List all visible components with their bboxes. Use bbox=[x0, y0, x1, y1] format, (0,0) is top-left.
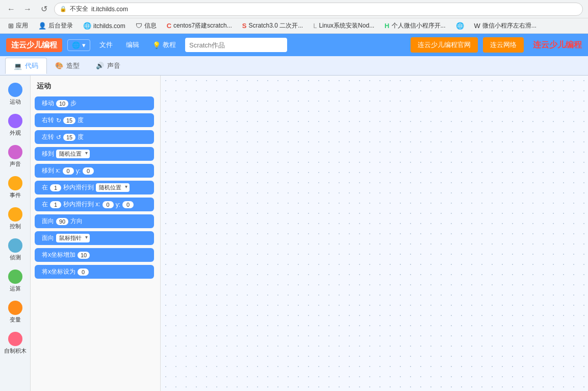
bookmark-admin[interactable]: 👤 后台登录 bbox=[34, 20, 77, 32]
bookmark-globe2[interactable]: 🌐 bbox=[452, 20, 468, 31]
workspace[interactable] bbox=[161, 76, 588, 391]
sidebar-categories: 运动 外观 声音 事件 控制 侦测 运算 变量 bbox=[0, 76, 31, 391]
block-set-x[interactable]: 将x坐标设为 0 bbox=[35, 265, 154, 279]
bookmark-linux[interactable]: L Linux系统安装Nod... bbox=[309, 20, 378, 32]
block-turn-right[interactable]: 右转 ↻ 15 度 bbox=[35, 113, 154, 127]
block-glide-random-dropdown[interactable]: 随机位置 bbox=[96, 183, 130, 192]
block-glide-random-secs[interactable]: 1 bbox=[50, 184, 61, 191]
category-custom[interactable]: 自制积木 bbox=[2, 329, 29, 358]
apps-icon: ⊞ bbox=[8, 22, 14, 30]
bookmark-scratch-label: Scratch3.0 二次开... bbox=[248, 21, 303, 30]
bookmark-scratch[interactable]: S Scratch3.0 二次开... bbox=[238, 20, 307, 32]
block-turn-left[interactable]: 左转 ↺ 15 度 bbox=[35, 130, 154, 144]
block-face-dir-text2: 方向 bbox=[70, 217, 83, 226]
block-face-target-text: 面向 bbox=[42, 234, 54, 242]
block-goto-xy[interactable]: 移到 x: 0 y: 0 bbox=[35, 164, 154, 178]
tab-costume-label: 造型 bbox=[66, 61, 80, 70]
tab-costume-icon: 🎨 bbox=[55, 62, 63, 69]
block-add-x-input[interactable]: 10 bbox=[78, 252, 90, 259]
tab-code[interactable]: 💻 代码 bbox=[5, 58, 47, 74]
globe-button[interactable]: 🌐 ▾ bbox=[67, 39, 90, 51]
category-variables[interactable]: 变量 bbox=[2, 298, 29, 327]
bookmark-linux-label: Linux系统安装Nod... bbox=[319, 21, 374, 30]
block-face-target-dropdown[interactable]: 鼠标指针 bbox=[56, 234, 90, 242]
block-face-dir[interactable]: 面向 90 方向 bbox=[35, 214, 154, 228]
block-add-x[interactable]: 将x坐标增加 10 bbox=[35, 248, 154, 262]
block-turn-right-input[interactable]: 15 bbox=[63, 117, 75, 124]
globe-icon: 🌐 bbox=[72, 41, 80, 49]
file-label: 文件 bbox=[99, 40, 113, 50]
category-custom-label: 自制积木 bbox=[4, 347, 27, 355]
block-glide-xy[interactable]: 在 1 秒内滑行到 x: 0 y: 0 bbox=[35, 198, 154, 211]
category-sound[interactable]: 声音 bbox=[2, 142, 29, 171]
tab-code-label: 代码 bbox=[25, 61, 38, 70]
block-move-text1: 移动 bbox=[42, 99, 54, 108]
block-glide-xy-secs[interactable]: 1 bbox=[50, 201, 61, 208]
scratch-icon: S bbox=[242, 22, 247, 30]
bookmarks-bar: ⊞ 应用 👤 后台登录 🌐 itchilds.com 🛡 信息 C centos… bbox=[0, 18, 588, 34]
block-set-x-input[interactable]: 0 bbox=[78, 268, 89, 276]
block-glide-xy-y[interactable]: 0 bbox=[122, 201, 134, 208]
teach-icon: 💡 bbox=[152, 41, 161, 49]
bookmark-centos[interactable]: C centos7搭建scratch... bbox=[163, 20, 236, 32]
block-add-x-text: 将x坐标增加 bbox=[42, 251, 75, 259]
block-move[interactable]: 移动 10 步 bbox=[35, 96, 154, 110]
block-goto-dropdown[interactable]: 随机位置 bbox=[56, 150, 90, 158]
tab-costume[interactable]: 🎨 造型 bbox=[47, 58, 88, 74]
block-face-dir-text1: 面向 bbox=[42, 217, 54, 226]
block-glide-xy-text1: 在 bbox=[42, 200, 48, 209]
back-button[interactable]: ← bbox=[5, 3, 17, 15]
app-toolbar: 连云少儿编程 🌐 ▾ 文件 编辑 💡 教程 连云少儿编程官网 连云网络 连云少儿… bbox=[0, 34, 588, 56]
block-face-target[interactable]: 面向 鼠标指针 bbox=[35, 231, 154, 245]
block-glide-random[interactable]: 在 1 秒内滑行到 随机位置 bbox=[35, 181, 154, 194]
wechat-mini-icon: H bbox=[385, 22, 389, 30]
official-site-button[interactable]: 连云少儿编程官网 bbox=[411, 37, 478, 53]
lock-icon: 🔒 bbox=[60, 6, 67, 12]
block-set-x-text: 将x坐标设为 bbox=[42, 267, 75, 276]
teach-button[interactable]: 💡 教程 bbox=[148, 38, 180, 52]
centos-icon: C bbox=[167, 22, 171, 30]
tab-code-icon: 💻 bbox=[14, 62, 22, 70]
bookmark-wechat-mini[interactable]: H 个人微信小程序开... bbox=[380, 20, 449, 32]
bookmark-wechat-slide-label: 微信小程序左右滑... bbox=[482, 21, 536, 30]
events-circle bbox=[8, 176, 22, 190]
bookmark-info[interactable]: 🛡 信息 bbox=[132, 20, 161, 32]
refresh-button[interactable]: ↺ bbox=[38, 3, 50, 15]
rotate-right-icon: ↻ bbox=[56, 117, 61, 124]
block-face-dir-input[interactable]: 90 bbox=[56, 218, 68, 225]
category-events-label: 事件 bbox=[10, 191, 21, 199]
globe2-icon: 🌐 bbox=[456, 22, 464, 30]
block-goto-random[interactable]: 移到 随机位置 bbox=[35, 147, 154, 161]
operators-circle bbox=[8, 270, 22, 284]
category-looks[interactable]: 外观 bbox=[2, 111, 29, 140]
block-turn-left-input[interactable]: 15 bbox=[63, 134, 75, 141]
category-motion[interactable]: 运动 bbox=[2, 80, 29, 109]
block-goto-xy-y[interactable]: 0 bbox=[83, 167, 94, 175]
edit-label: 编辑 bbox=[126, 40, 139, 50]
block-goto-xy-text2: y: bbox=[76, 167, 81, 175]
bookmark-apps[interactable]: ⊞ 应用 bbox=[4, 20, 32, 32]
file-button[interactable]: 文件 bbox=[95, 38, 117, 52]
tab-sound[interactable]: 🔊 声音 bbox=[88, 58, 129, 74]
bookmark-itchilds[interactable]: 🌐 itchilds.com bbox=[79, 20, 130, 31]
category-events[interactable]: 事件 bbox=[2, 173, 29, 202]
bookmark-wechat-slide[interactable]: W 微信小程序左右滑... bbox=[470, 20, 541, 32]
category-sensing[interactable]: 侦测 bbox=[2, 235, 29, 264]
block-glide-xy-x[interactable]: 0 bbox=[103, 201, 114, 208]
block-goto-xy-x[interactable]: 0 bbox=[63, 167, 74, 175]
network-button[interactable]: 连云网络 bbox=[483, 37, 524, 53]
edit-button[interactable]: 编辑 bbox=[122, 38, 143, 52]
tab-sound-label: 声音 bbox=[107, 61, 120, 70]
looks-circle bbox=[8, 114, 22, 128]
category-control[interactable]: 控制 bbox=[2, 204, 29, 233]
block-move-input[interactable]: 10 bbox=[56, 100, 68, 107]
itchilds-icon: 🌐 bbox=[83, 22, 91, 30]
block-goto-xy-text1: 移到 x: bbox=[42, 166, 61, 175]
block-turn-left-unit: 度 bbox=[78, 133, 84, 141]
project-name-input[interactable] bbox=[185, 38, 287, 52]
category-operators[interactable]: 运算 bbox=[2, 266, 29, 296]
blocks-panel: 运动 移动 10 步 右转 ↻ 15 度 左转 ↺ 15 度 移到 随机位置 移… bbox=[31, 76, 161, 391]
address-bar[interactable]: 🔒 不安全 it.itchilds.com bbox=[54, 3, 583, 16]
forward-button[interactable]: → bbox=[21, 3, 34, 15]
category-sensing-label: 侦测 bbox=[10, 254, 21, 261]
